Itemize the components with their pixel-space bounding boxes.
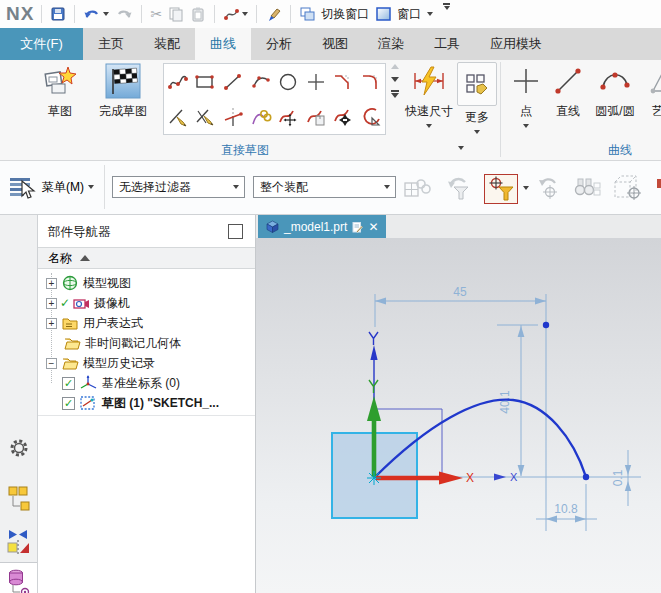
studio-spline-icon[interactable] — [167, 71, 189, 93]
format-painter-button[interactable] — [262, 3, 285, 25]
interpart-link-button[interactable] — [402, 174, 432, 202]
more-button[interactable]: 更多 — [456, 62, 498, 134]
tab-view[interactable]: 视图 — [307, 28, 363, 60]
line-icon[interactable] — [222, 71, 244, 93]
circle-icon[interactable] — [277, 71, 299, 93]
navigator-column-header[interactable]: 名称 — [38, 247, 255, 269]
tab-application[interactable]: 应用模块 — [475, 28, 557, 60]
float-panel-icon[interactable] — [228, 224, 243, 239]
tree-row-user-expressions[interactable]: + 用户表达式 — [38, 313, 255, 333]
chamfer-icon[interactable] — [332, 71, 354, 93]
art-spline-label: 艺术 — [652, 103, 661, 120]
selection-filter-combo[interactable]: 无选择过滤器 — [112, 176, 245, 198]
gallery-scroll-up-icon[interactable] — [391, 64, 399, 69]
selection-filter-caret[interactable] — [233, 185, 239, 189]
modified-document-icon[interactable] — [352, 221, 363, 233]
assembly-navigator-icon[interactable] — [5, 483, 33, 513]
document-tab[interactable]: _model1.prt ✕ — [258, 215, 386, 238]
gallery-scroll-down-icon[interactable] — [391, 77, 399, 82]
tab-curve[interactable]: 曲线 — [195, 28, 251, 60]
arc-circle-button[interactable]: 圆弧/圆 — [590, 62, 640, 120]
arc-icon[interactable] — [250, 71, 272, 93]
dimension-texts[interactable]: 45 40.1 10.8 0.1 — [453, 285, 625, 516]
checkbox-checked-icon[interactable]: ✓ — [62, 377, 75, 390]
tab-analysis[interactable]: 分析 — [251, 28, 307, 60]
switch-window-button[interactable]: 切换窗口 — [296, 3, 372, 25]
dim-offset-text[interactable]: 10.8 — [554, 502, 578, 516]
dim-width-text[interactable]: 45 — [453, 285, 467, 299]
find-component-button[interactable] — [572, 174, 602, 202]
tree-row-datum-csys[interactable]: ✓ 基准坐标系 (0) — [38, 373, 255, 393]
point-caret[interactable] — [523, 124, 529, 128]
expand-icon[interactable]: + — [46, 298, 57, 309]
dim-gap-text[interactable]: 0.1 — [611, 469, 625, 486]
tree-row-non-timestamp-geometry[interactable]: 非时间戳记几何体 — [38, 333, 255, 353]
close-tab-icon[interactable]: ✕ — [368, 220, 378, 234]
expand-icon[interactable]: + — [46, 278, 57, 289]
line-button[interactable]: 直线 — [548, 62, 588, 120]
sketch-button[interactable]: 草图 — [34, 62, 86, 120]
undo-button[interactable] — [80, 3, 112, 25]
rectangle-icon[interactable] — [194, 71, 216, 93]
dim-height-text[interactable]: 40.1 — [498, 390, 512, 414]
roller-gear-icon[interactable] — [5, 433, 33, 463]
origin-marker[interactable] — [367, 471, 381, 485]
sketch-canvas[interactable]: 45 40.1 10.8 0.1 X — [256, 238, 661, 593]
move-curve-icon[interactable] — [277, 106, 299, 128]
art-spline-button[interactable]: 艺术 — [642, 62, 661, 120]
undo-caret[interactable] — [103, 12, 109, 16]
sketch-drawing[interactable]: 45 40.1 10.8 0.1 X — [256, 238, 661, 593]
checkbox-checked-icon[interactable]: ✓ — [62, 397, 75, 410]
project-curve-icon[interactable] — [250, 106, 272, 128]
tree-row-cameras[interactable]: + ✓ 摄像机 — [38, 293, 255, 313]
finish-sketch-button[interactable]: 完成草图 — [90, 62, 156, 120]
selection-scope-caret[interactable] — [384, 185, 390, 189]
tab-file[interactable]: 文件(F) — [0, 28, 83, 60]
undo-selection-button[interactable] — [534, 174, 564, 202]
expand-icon[interactable]: + — [46, 318, 57, 329]
trim-curve-icon[interactable] — [167, 106, 189, 128]
group-launcher-caret[interactable] — [458, 146, 464, 150]
sketch-point-end[interactable] — [583, 474, 589, 480]
tab-render[interactable]: 渲染 — [363, 28, 419, 60]
quick-trim-icon[interactable] — [222, 106, 244, 128]
spline-caret[interactable] — [242, 12, 248, 16]
show-in-window-button[interactable] — [610, 174, 646, 202]
more-caret[interactable] — [474, 130, 480, 134]
tab-home[interactable]: 主页 — [83, 28, 139, 60]
save-button[interactable] — [47, 3, 69, 25]
sketch-point-top[interactable] — [543, 322, 549, 328]
tree-row-model-history[interactable]: − 模型历史记录 — [38, 353, 255, 373]
quick-dimension-caret[interactable] — [426, 124, 432, 128]
paste-button[interactable] — [187, 3, 209, 25]
pattern-curve-icon[interactable] — [332, 106, 354, 128]
point-icon[interactable] — [305, 71, 327, 93]
point-button[interactable]: 点 — [506, 62, 546, 128]
tree-row-sketch[interactable]: ✓ 草图 (1) "SKETCH_... — [38, 393, 255, 413]
part-navigator-icon[interactable] — [5, 567, 33, 593]
gallery-expand-icon[interactable] — [391, 90, 399, 98]
snap-point-filter-button[interactable] — [484, 174, 518, 204]
tree-row-model-views[interactable]: + 模型视图 — [38, 273, 255, 293]
fillet-icon[interactable] — [360, 71, 382, 93]
polygon-icon[interactable] — [360, 106, 382, 128]
reset-filter-button[interactable] — [444, 174, 474, 202]
selection-scope-combo[interactable]: 整个装配 — [253, 176, 396, 198]
quick-dimension-button[interactable]: 快速尺寸 — [402, 62, 456, 128]
tab-assemblies[interactable]: 装配 — [139, 28, 195, 60]
axis-x-label: X — [466, 471, 474, 485]
quick-access-customize-button[interactable] — [440, 3, 453, 25]
menu-button[interactable]: 菜单(M) — [8, 173, 94, 201]
tab-tools[interactable]: 工具 — [419, 28, 475, 60]
window-caret[interactable] — [427, 12, 433, 16]
constraint-navigator-icon[interactable] — [5, 527, 33, 557]
spline-tool-button[interactable] — [220, 3, 251, 25]
cut-button[interactable]: ✂ — [147, 3, 165, 25]
offset-curve-icon[interactable] — [305, 106, 327, 128]
snap-point-caret[interactable] — [523, 186, 529, 190]
extend-curve-icon[interactable] — [194, 106, 216, 128]
redo-button[interactable] — [112, 3, 136, 25]
copy-button[interactable] — [165, 3, 187, 25]
window-button[interactable]: 窗口 — [372, 3, 436, 25]
collapse-icon[interactable]: − — [46, 358, 57, 369]
